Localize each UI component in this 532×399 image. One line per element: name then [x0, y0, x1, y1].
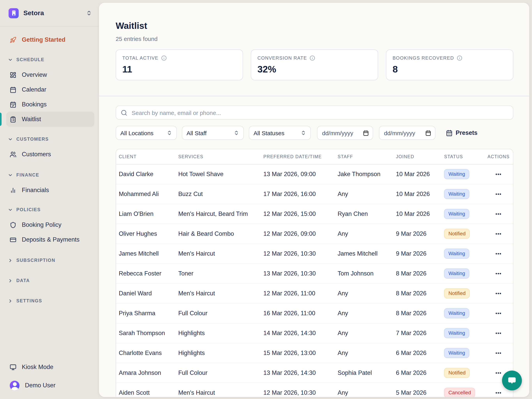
statuses-select[interactable]: All Statuses	[249, 126, 311, 140]
section-header-finance[interactable]: FINANCE	[6, 172, 94, 178]
cell-services: Full Colour	[176, 369, 260, 376]
sidebar-item-waitlist[interactable]: Waitlist	[6, 112, 94, 127]
row-actions-button[interactable]: •••	[493, 349, 504, 357]
sidebar: Setora Getting Started SCHEDULE Overview	[0, 0, 99, 399]
sidebar-item-deposits-payments[interactable]: Deposits & Payments	[6, 232, 94, 247]
sidebar-item-bookings[interactable]: Bookings	[6, 97, 94, 112]
section-header-customers[interactable]: CUSTOMERS	[6, 136, 94, 142]
section-title: SUBSCRIPTION	[16, 258, 55, 263]
row-actions-button[interactable]: •••	[493, 190, 504, 198]
dashboard-icon	[10, 71, 16, 78]
staff-select[interactable]: All Staff	[182, 126, 244, 140]
page-title: Waitlist	[116, 20, 513, 32]
sidebar-nav: Getting Started SCHEDULE Overview Calend…	[0, 26, 99, 304]
calendar-icon[interactable]	[425, 130, 431, 136]
kiosk-mode-button[interactable]: Kiosk Mode	[6, 360, 93, 374]
stat-label: CONVERSION RATE	[257, 55, 307, 61]
cell-joined: 10 Mar 2026	[393, 210, 442, 217]
cell-staff: Any	[335, 191, 393, 198]
chevrons-up-down-icon[interactable]	[86, 10, 92, 16]
date-from-input[interactable]: dd/mm/yyyy	[317, 126, 373, 140]
row-actions-button[interactable]: •••	[493, 210, 504, 218]
sidebar-item-calendar[interactable]: Calendar	[6, 82, 94, 97]
cell-datetime: 13 Mar 2026, 14:30	[261, 369, 335, 376]
row-actions-button[interactable]: •••	[493, 269, 504, 278]
chevron-right-icon	[8, 258, 13, 263]
kiosk-mode-label: Kiosk Mode	[22, 364, 53, 371]
row-actions-button[interactable]: •••	[493, 289, 504, 298]
cell-staff: Any	[335, 389, 393, 396]
cell-datetime: 12 Mar 2026, 15:00	[261, 210, 335, 217]
cell-staff: Any	[335, 290, 393, 297]
workspace-switcher[interactable]: Setora	[0, 0, 99, 26]
shield-icon	[10, 221, 16, 228]
sidebar-item-label: Overview	[22, 71, 47, 78]
table-row: Sarah ThompsonHighlights14 Mar 2026, 14:…	[116, 323, 513, 343]
section-title: POLICIES	[16, 207, 41, 212]
cell-datetime: 12 Mar 2026, 10:30	[261, 250, 335, 257]
cell-status: Waiting	[442, 249, 484, 259]
section-header-data[interactable]: DATA	[6, 277, 94, 284]
table-row: James MitchellMen's Haircut12 Mar 2026, …	[116, 244, 513, 264]
locations-select[interactable]: All Locations	[116, 126, 177, 140]
cell-actions: •••	[484, 210, 513, 218]
info-icon[interactable]	[457, 55, 462, 61]
row-actions-button[interactable]: •••	[493, 369, 504, 377]
col-header-status: STATUS	[442, 154, 484, 159]
status-badge: Waiting	[444, 169, 469, 179]
chevron-down-icon	[8, 137, 13, 142]
cell-datetime: 15 Mar 2026, 13:00	[261, 349, 335, 357]
info-icon[interactable]	[161, 55, 166, 61]
chat-widget-button[interactable]	[502, 371, 522, 390]
section-header-policies[interactable]: POLICIES	[6, 206, 94, 213]
sidebar-item-customers[interactable]: Customers	[6, 147, 94, 162]
row-actions-button[interactable]: •••	[493, 388, 504, 397]
cell-client: Aiden Scott	[116, 389, 176, 396]
col-header-services: SERVICES	[176, 154, 260, 159]
status-badge: Notified	[444, 288, 470, 298]
sidebar-item-getting-started[interactable]: Getting Started	[6, 33, 94, 47]
calendar-icon[interactable]	[363, 130, 369, 136]
cell-joined: 6 Mar 2026	[393, 369, 442, 376]
row-actions-button[interactable]: •••	[493, 329, 504, 337]
staff-select-value: All Staff	[187, 129, 207, 136]
chevrons-up-down-icon	[167, 130, 172, 135]
sidebar-item-overview[interactable]: Overview	[6, 67, 94, 82]
rocket-icon	[10, 36, 16, 43]
monitor-icon	[10, 364, 16, 370]
cell-status: Cancelled	[442, 388, 484, 397]
section-header-schedule[interactable]: SCHEDULE	[6, 57, 94, 63]
search-input[interactable]	[131, 109, 508, 116]
chevron-down-icon	[8, 207, 13, 212]
presets-button[interactable]: Presets	[446, 129, 477, 136]
row-actions-button[interactable]: •••	[493, 230, 504, 238]
cell-actions: •••	[484, 190, 513, 198]
cell-datetime: 16 Mar 2026, 11:00	[261, 310, 335, 317]
row-actions-button[interactable]: •••	[493, 309, 504, 318]
cell-joined: 6 Mar 2026	[393, 349, 442, 357]
section-title: SETTINGS	[16, 298, 42, 303]
user-menu[interactable]: Demo User	[6, 378, 93, 393]
sidebar-item-booking-policy[interactable]: Booking Policy	[6, 217, 94, 232]
cell-joined: 9 Mar 2026	[393, 250, 442, 257]
sidebar-item-financials[interactable]: Financials	[6, 183, 94, 198]
info-icon[interactable]	[310, 55, 315, 61]
cell-staff: Any	[335, 349, 393, 357]
cell-status: Waiting	[442, 209, 484, 219]
stat-card-total-active: TOTAL ACTIVE 11	[116, 50, 243, 80]
status-badge: Cancelled	[444, 388, 475, 397]
entries-count: 25 entries found	[116, 35, 513, 43]
status-badge: Waiting	[444, 348, 469, 358]
table-row: Priya SharmaFull Colour16 Mar 2026, 11:0…	[116, 303, 513, 323]
content-area: All Locations All Staff All Statuses dd/…	[99, 96, 529, 397]
cell-status: Waiting	[442, 269, 484, 279]
section-header-settings[interactable]: SETTINGS	[6, 298, 94, 304]
cell-joined: 8 Mar 2026	[393, 270, 442, 277]
row-actions-button[interactable]: •••	[493, 249, 504, 258]
section-header-subscription[interactable]: SUBSCRIPTION	[6, 257, 94, 264]
cell-client: Charlotte Evans	[116, 349, 176, 357]
row-actions-button[interactable]: •••	[493, 170, 504, 179]
cell-services: Highlights	[176, 330, 260, 337]
date-to-input[interactable]: dd/mm/yyyy	[379, 126, 435, 140]
table-row: Liam O'BrienMen's Haircut, Beard Trim12 …	[116, 204, 513, 224]
